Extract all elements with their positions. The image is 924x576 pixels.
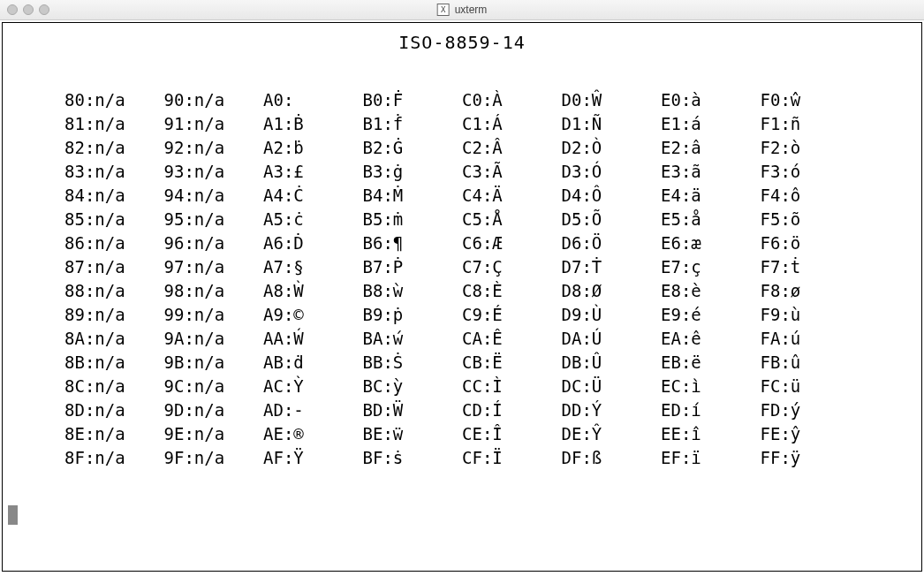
- char-cell: AE:®: [263, 422, 363, 446]
- char-column: 90:n/a91:n/a92:n/a93:n/a94:n/a95:n/a96:n…: [164, 88, 264, 470]
- char-cell: EF:ï: [661, 446, 761, 470]
- char-cell: CC:Ì: [462, 375, 562, 398]
- char-cell: F1:ñ: [761, 112, 860, 136]
- char-cell: AF:Ÿ: [263, 446, 363, 470]
- char-cell: D3:Ó: [562, 160, 662, 184]
- char-cell: 96:n/a: [164, 231, 264, 255]
- char-cell: CF:Ï: [462, 446, 562, 470]
- char-cell: B7:Ṗ: [363, 255, 463, 279]
- char-column: D0:ŴD1:ÑD2:ÒD3:ÓD4:ÔD5:ÕD6:ÖD7:ṪD8:ØD9:Ù…: [562, 88, 662, 470]
- terminal-viewport[interactable]: ISO-8859-14 80:n/a81:n/a82:n/a83:n/a84:n…: [2, 22, 922, 572]
- char-column: 80:n/a81:n/a82:n/a83:n/a84:n/a85:n/a86:n…: [64, 88, 164, 470]
- char-cell: F7:ṫ: [761, 255, 860, 279]
- char-cell: FD:ý: [761, 398, 860, 422]
- char-cell: A6:Ḋ: [263, 231, 363, 255]
- char-cell: 90:n/a: [164, 88, 264, 112]
- close-window-button[interactable]: [7, 4, 18, 15]
- char-cell: AC:Ỳ: [263, 375, 363, 398]
- char-cell: 98:n/a: [164, 279, 264, 303]
- char-cell: A2:ḃ: [263, 136, 363, 160]
- char-cell: C7:Ç: [462, 255, 562, 279]
- char-cell: 86:n/a: [64, 231, 164, 255]
- char-cell: D5:Õ: [562, 208, 662, 231]
- char-cell: A9:©: [263, 303, 363, 327]
- char-cell: FE:ŷ: [761, 422, 860, 446]
- char-cell: FC:ü: [761, 375, 860, 398]
- char-column: B0:ḞB1:ḟB2:ĠB3:ġB4:ṀB5:ṁB6:¶B7:ṖB8:ẁB9:ṗ…: [363, 88, 463, 470]
- char-cell: D2:Ò: [562, 136, 662, 160]
- char-cell: 9F:n/a: [164, 446, 264, 470]
- char-column: C0:ÀC1:ÁC2:ÂC3:ÃC4:ÄC5:ÅC6:ÆC7:ÇC8:ÈC9:É…: [462, 88, 562, 470]
- char-cell: AD:-: [263, 398, 363, 422]
- char-cell: EB:ë: [661, 351, 761, 375]
- char-cell: DA:Ú: [562, 327, 662, 351]
- window-title-group: X uxterm: [437, 4, 488, 16]
- char-cell: ED:í: [661, 398, 761, 422]
- char-cell: 84:n/a: [64, 184, 164, 208]
- char-cell: F9:ù: [761, 303, 860, 327]
- window-controls: [7, 4, 49, 15]
- char-cell: 99:n/a: [164, 303, 264, 327]
- char-cell: A3:£: [263, 160, 363, 184]
- char-cell: A1:Ḃ: [263, 112, 363, 136]
- char-cell: E3:ã: [661, 160, 761, 184]
- char-cell: 9E:n/a: [164, 422, 264, 446]
- char-cell: 8C:n/a: [64, 375, 164, 398]
- char-cell: A0:: [263, 88, 363, 112]
- char-cell: C3:Ã: [462, 160, 562, 184]
- char-cell: D6:Ö: [562, 231, 662, 255]
- char-cell: 9B:n/a: [164, 351, 264, 375]
- char-cell: C1:Á: [462, 112, 562, 136]
- char-cell: C0:À: [462, 88, 562, 112]
- char-cell: C4:Ä: [462, 184, 562, 208]
- char-cell: D0:Ŵ: [562, 88, 662, 112]
- char-cell: 81:n/a: [64, 112, 164, 136]
- char-cell: BF:ṡ: [363, 446, 463, 470]
- char-cell: 97:n/a: [164, 255, 264, 279]
- char-cell: 80:n/a: [64, 88, 164, 112]
- char-cell: 9C:n/a: [164, 375, 264, 398]
- encoding-heading: ISO-8859-14: [11, 32, 913, 53]
- char-cell: CD:Í: [462, 398, 562, 422]
- char-cell: F5:õ: [761, 208, 860, 231]
- char-cell: C8:È: [462, 279, 562, 303]
- minimize-window-button[interactable]: [23, 4, 34, 15]
- char-cell: E2:â: [661, 136, 761, 160]
- char-cell: D9:Ù: [562, 303, 662, 327]
- char-cell: B1:ḟ: [363, 112, 463, 136]
- char-cell: 89:n/a: [64, 303, 164, 327]
- char-cell: 83:n/a: [64, 160, 164, 184]
- char-cell: F3:ó: [761, 160, 860, 184]
- char-column: F0:ŵF1:ñF2:òF3:óF4:ôF5:õF6:öF7:ṫF8:øF9:ù…: [761, 88, 860, 470]
- terminal-cursor: [8, 505, 18, 525]
- char-cell: E7:ç: [661, 255, 761, 279]
- char-cell: C2:Â: [462, 136, 562, 160]
- char-cell: 85:n/a: [64, 208, 164, 231]
- char-cell: F4:ô: [761, 184, 860, 208]
- char-cell: CE:Î: [462, 422, 562, 446]
- char-cell: FA:ú: [761, 327, 860, 351]
- char-cell: C5:Å: [462, 208, 562, 231]
- char-cell: 92:n/a: [164, 136, 264, 160]
- char-cell: F2:ò: [761, 136, 860, 160]
- char-cell: B3:ġ: [363, 160, 463, 184]
- char-cell: B6:¶: [363, 231, 463, 255]
- char-cell: BE:ẅ: [363, 422, 463, 446]
- char-cell: 82:n/a: [64, 136, 164, 160]
- char-cell: A4:Ċ: [263, 184, 363, 208]
- char-cell: E6:æ: [661, 231, 761, 255]
- char-cell: B4:Ṁ: [363, 184, 463, 208]
- char-cell: EE:î: [661, 422, 761, 446]
- char-cell: 8E:n/a: [64, 422, 164, 446]
- char-cell: E4:ä: [661, 184, 761, 208]
- char-cell: BB:Ṡ: [363, 351, 463, 375]
- char-cell: CA:Ê: [462, 327, 562, 351]
- char-cell: 94:n/a: [164, 184, 264, 208]
- char-cell: E1:á: [661, 112, 761, 136]
- char-cell: E5:å: [661, 208, 761, 231]
- char-cell: DB:Û: [562, 351, 662, 375]
- char-cell: C6:Æ: [462, 231, 562, 255]
- window-title: uxterm: [455, 4, 488, 16]
- char-cell: 8F:n/a: [64, 446, 164, 470]
- zoom-window-button[interactable]: [39, 4, 49, 15]
